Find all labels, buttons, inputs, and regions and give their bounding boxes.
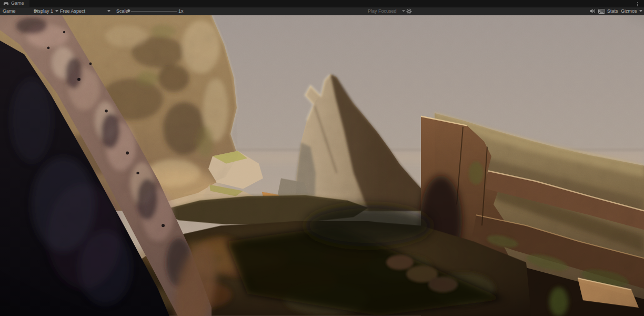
display-dropdown[interactable]: Display 1 <box>34 7 58 15</box>
rendered-scene <box>0 15 644 316</box>
kebab-menu-icon[interactable] <box>636 2 640 7</box>
aspect-ratio-dropdown[interactable]: Free Aspect <box>60 7 110 15</box>
mute-audio-icon[interactable] <box>590 7 596 15</box>
scale-slider[interactable] <box>127 7 177 15</box>
play-focused-label: Play Focused <box>368 8 397 14</box>
dropdown-arrow-icon <box>639 10 642 12</box>
unity-game-window: Game Game Display 1 Free Aspect Scale 1x… <box>0 0 644 316</box>
aspect-ratio-dropdown-label: Free Aspect <box>60 8 85 14</box>
stats-button[interactable]: Stats <box>607 7 618 15</box>
tab-bar: Game <box>0 0 644 7</box>
capture-burst-icon[interactable] <box>406 7 412 15</box>
vignette <box>0 15 644 316</box>
dropdown-arrow-icon <box>107 10 110 12</box>
gizmos-dropdown[interactable]: Gizmos <box>621 7 642 15</box>
scale-value: 1x <box>178 7 184 15</box>
tab-game-label: Game <box>11 0 24 7</box>
gamepad-icon <box>3 2 9 6</box>
game-viewport[interactable] <box>0 15 644 316</box>
play-focused-dropdown[interactable]: Play Focused <box>368 7 405 15</box>
game-mode-dropdown[interactable]: Game <box>3 7 37 15</box>
scale-slider-track[interactable] <box>131 11 177 12</box>
scale-slider-knob[interactable] <box>127 9 130 13</box>
stats-button-label: Stats <box>607 8 618 14</box>
tab-game[interactable]: Game <box>0 0 29 7</box>
gizmos-dropdown-label: Gizmos <box>621 8 637 14</box>
game-mode-dropdown-label: Game <box>3 8 16 14</box>
game-view-toolbar: Game Display 1 Free Aspect Scale 1x Play… <box>0 7 644 15</box>
display-dropdown-label: Display 1 <box>34 8 53 14</box>
dropdown-arrow-icon <box>402 10 405 12</box>
dropdown-arrow-icon <box>55 10 58 12</box>
keyboard-grid-icon[interactable] <box>598 7 605 15</box>
